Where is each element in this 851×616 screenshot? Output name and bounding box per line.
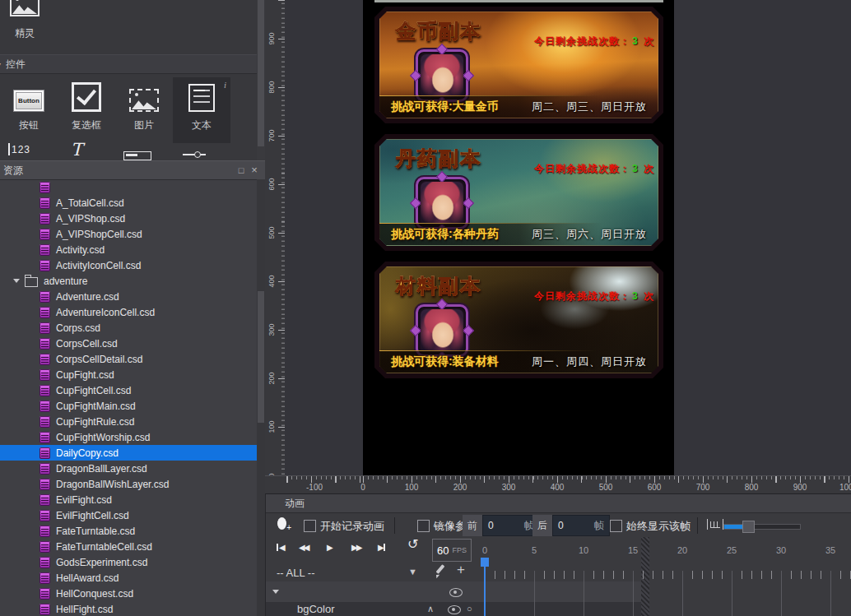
- dungeon-banner[interactable]: 金币副本 今日剩余挑战次数：3 次 挑战可获得:大量金币 周二、周三、周日开放: [374, 7, 663, 123]
- tree-file-row[interactable]: [0, 179, 257, 195]
- palette-scrollbar[interactable]: [257, 0, 265, 160]
- fps-input[interactable]: 60 FPS: [432, 539, 472, 562]
- palette-item-text[interactable]: i 文本: [173, 77, 230, 143]
- section-header-controls[interactable]: ▾控件: [0, 54, 257, 74]
- frame-tick: [554, 571, 555, 579]
- add-animation-button[interactable]: +: [457, 562, 465, 578]
- lock-toggle-icon[interactable]: ○: [467, 604, 472, 614]
- frame-number: 35: [822, 545, 839, 555]
- visibility-eye-icon[interactable]: [449, 588, 463, 597]
- resources-scrollbar[interactable]: [257, 179, 265, 616]
- tree-file-row[interactable]: HellAward.csd: [0, 570, 257, 586]
- stage[interactable]: 金币副本 今日剩余挑战次数：3 次 挑战可获得:大量金币 周二、周三、周日开放 …: [363, 0, 674, 475]
- frame-tick: [722, 571, 723, 579]
- tree-file-row[interactable]: Adventure.csd: [0, 289, 257, 304]
- palette-item-sprite[interactable]: 精灵: [5, 0, 44, 40]
- tree-file-row[interactable]: HellFight.csd: [0, 601, 257, 616]
- file-name: ActivityIconCell.csd: [56, 260, 141, 271]
- tree-file-row[interactable]: A_VIPShopCell.csd: [0, 226, 257, 242]
- tree-file-row[interactable]: A_VIPShop.csd: [0, 211, 257, 226]
- tree-folder-row[interactable]: adventure: [0, 273, 257, 289]
- playhead-handle[interactable]: [481, 558, 489, 567]
- csd-file-icon: [40, 416, 50, 428]
- restore-panel-button[interactable]: □: [235, 161, 247, 179]
- loop-button[interactable]: ↺: [407, 539, 418, 550]
- tree-file-row[interactable]: CupFightRule.csd: [0, 414, 257, 429]
- mirror-reference-checkbox[interactable]: [417, 520, 430, 532]
- ruler-label: 200: [444, 483, 477, 492]
- timeline-zoom-slider[interactable]: [723, 524, 801, 530]
- frame-tick: [663, 571, 663, 579]
- palette-item-checkbox[interactable]: 复选框: [58, 77, 115, 143]
- add-keyframe-icon[interactable]: [277, 517, 286, 530]
- palette-item-label: 文本: [173, 118, 230, 132]
- animation-timeline-panel: 动画 开始记录动画 镜像参考 前 0帧 后 0帧 始终显示该帧 ◀ ◀◀ ▶ ▶…: [265, 493, 851, 616]
- slider-widget-icon[interactable]: [183, 154, 206, 155]
- tree-file-row[interactable]: Activity.csd: [0, 242, 257, 257]
- csd-file-icon: [40, 291, 50, 303]
- tree-file-row[interactable]: EvilFight.csd: [0, 492, 257, 507]
- close-panel-button[interactable]: ×: [249, 161, 260, 179]
- tree-file-row[interactable]: CupFightMain.csd: [0, 398, 257, 414]
- number-input-widget-icon[interactable]: 123: [8, 143, 30, 155]
- tree-file-row[interactable]: CupFightWorship.csd: [0, 429, 257, 445]
- track-name: bgColor: [297, 603, 335, 615]
- frame-diamond-icon: [410, 197, 421, 209]
- tree-file-row[interactable]: DailyCopy.csd: [0, 445, 257, 461]
- collapse-tracks-icon[interactable]: [272, 590, 279, 594]
- tree-file-row[interactable]: FateTurntableCell.csd: [0, 539, 257, 554]
- file-name: CupFightCell.csd: [56, 385, 131, 396]
- editor-window: 精灵 ▾控件 Button 按钮 复选框 图片 i 文本 123 T: [0, 0, 851, 616]
- slider-handle[interactable]: [742, 521, 755, 533]
- rich-text-widget-icon[interactable]: T: [71, 140, 82, 160]
- file-tree: A_TotalCell.csdA_VIPShop.csdA_VIPShopCel…: [0, 179, 257, 616]
- record-animation-checkbox[interactable]: [304, 520, 316, 532]
- tree-file-row[interactable]: CorpsCell.csd: [0, 336, 257, 351]
- after-frames-input[interactable]: 0帧: [552, 515, 610, 536]
- resources-scrollbar-thumb[interactable]: [258, 291, 264, 423]
- always-show-frame-checkbox[interactable]: [610, 520, 622, 532]
- timeline-root-track-row[interactable]: [266, 581, 641, 603]
- go-to-start-button[interactable]: ◀: [276, 542, 284, 553]
- next-frame-button[interactable]: ▶▶: [351, 542, 360, 553]
- always-show-frame-label: 始终显示该帧: [626, 520, 691, 532]
- tree-file-row[interactable]: GodsExperiment.csd: [0, 554, 257, 570]
- go-to-end-button[interactable]: ▶: [378, 542, 386, 553]
- previous-frame-button[interactable]: ◀◀: [299, 542, 308, 553]
- tree-file-row[interactable]: A_TotalCell.csd: [0, 195, 257, 211]
- dungeon-banner[interactable]: 材料副本 今日剩余挑战次数：3 次 挑战可获得:装备材料 周一、周四、周日开放: [374, 262, 663, 378]
- tree-file-row[interactable]: DragonBallWishLayer.csd: [0, 476, 257, 492]
- frame-unit-label: 帧: [594, 516, 604, 535]
- palette-scrollbar-thumb[interactable]: [258, 0, 264, 146]
- tree-file-row[interactable]: CupFightCell.csd: [0, 382, 257, 398]
- character-portrait-frame: [416, 304, 468, 357]
- edit-animation-icon[interactable]: [433, 563, 446, 578]
- before-frames-input[interactable]: 0帧: [482, 515, 540, 536]
- frame-diamond-icon: [463, 197, 474, 209]
- progressbar-widget-icon[interactable]: [123, 151, 151, 160]
- dropdown-arrow-icon[interactable]: ▼: [408, 567, 417, 577]
- dungeon-banner[interactable]: 丹药副本 今日剩余挑战次数：3 次 挑战可获得:各种丹药 周三、周六、周日开放: [374, 134, 663, 251]
- tree-file-row[interactable]: EvilFightCell.csd: [0, 507, 257, 523]
- animation-filter-dropdown[interactable]: -- ALL --: [277, 567, 314, 579]
- csd-file-icon: [40, 572, 50, 584]
- palette-item-button[interactable]: Button 按钮: [0, 77, 58, 143]
- tree-file-row[interactable]: CupFight.csd: [0, 367, 257, 382]
- expand-arrow-icon[interactable]: [13, 279, 20, 283]
- info-icon[interactable]: i: [224, 80, 226, 90]
- tree-file-row[interactable]: DragonBallLayer.csd: [0, 461, 257, 476]
- track-panel-resize-handle[interactable]: [641, 537, 649, 616]
- timeline-track-row[interactable]: bgColor ∧ ○: [266, 602, 641, 616]
- collapse-track-icon[interactable]: ∧: [427, 604, 434, 614]
- tree-file-row[interactable]: HellConquest.csd: [0, 586, 257, 601]
- visibility-eye-icon[interactable]: [448, 605, 461, 614]
- tree-file-row[interactable]: AdventureIconCell.csd: [0, 304, 257, 320]
- tree-file-row[interactable]: ActivityIconCell.csd: [0, 257, 257, 273]
- tree-file-row[interactable]: CorpsCellDetail.csd: [0, 351, 257, 367]
- frame-number: 30: [773, 545, 789, 555]
- canvas-viewport[interactable]: 金币副本 今日剩余挑战次数：3 次 挑战可获得:大量金币 周二、周三、周日开放 …: [285, 0, 851, 475]
- play-button[interactable]: ▶: [327, 542, 332, 553]
- palette-item-image[interactable]: 图片: [115, 77, 173, 143]
- tree-file-row[interactable]: Corps.csd: [0, 320, 257, 336]
- tree-file-row[interactable]: FateTurntable.csd: [0, 523, 257, 539]
